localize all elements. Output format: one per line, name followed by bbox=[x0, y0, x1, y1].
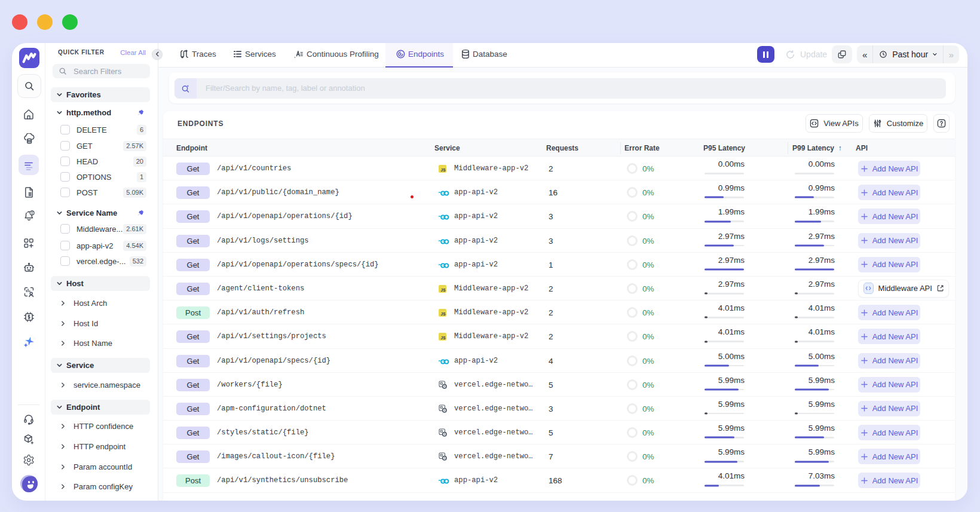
svg-text:JS: JS bbox=[441, 288, 446, 292]
svg-text:JS: JS bbox=[441, 312, 446, 316]
svg-text:JS: JS bbox=[441, 168, 446, 172]
svg-text:JS: JS bbox=[441, 336, 446, 340]
